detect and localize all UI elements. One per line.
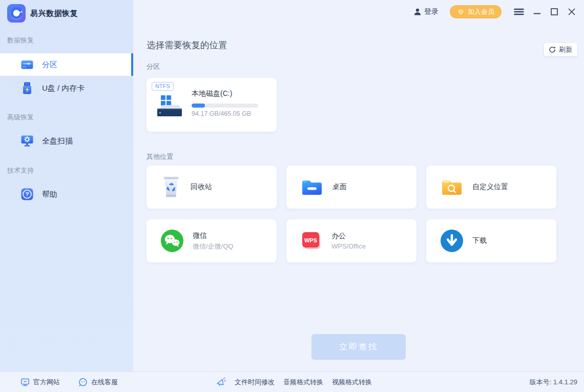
custom-location-folder-icon — [440, 177, 464, 197]
disk-usage-text: 94.17 GB/465.05 GB — [192, 110, 251, 117]
usb-drive-icon — [20, 81, 34, 95]
search-now-button[interactable]: 立即查找 — [311, 334, 406, 360]
location-grid: 回收站 — [147, 166, 556, 262]
monitor-icon — [20, 378, 30, 387]
menu-icon[interactable] — [514, 8, 524, 16]
sidebar-item-help[interactable]: ? 帮助 — [0, 183, 133, 205]
location-subtitle: WPS/Office — [331, 242, 366, 250]
svg-text:WPS: WPS — [304, 237, 317, 243]
partition-disk-icon — [20, 58, 34, 71]
maximize-icon[interactable] — [550, 8, 558, 16]
wechat-icon — [160, 229, 184, 253]
official-site-link[interactable]: 官方网站 — [20, 378, 60, 387]
partition-section-label: 分区 — [147, 62, 160, 71]
disk-card-c[interactable]: NTFS 本地磁盘(C:) 94.17 GB/465.05 GB — [147, 78, 277, 132]
location-card-recycle-bin[interactable]: 回收站 — [147, 166, 277, 209]
close-icon[interactable] — [568, 8, 576, 16]
sidebar-item-label: 帮助 — [42, 190, 57, 199]
sidebar-section-data-recovery: 数据恢复 — [7, 36, 34, 45]
titlebar-controls: 登录 加入会员 — [413, 5, 576, 18]
disk-usage-bar — [192, 104, 258, 108]
hard-disk-icon — [154, 94, 183, 119]
sidebar-section-advanced: 高级恢复 — [7, 113, 34, 122]
sidebar-item-label: 全盘扫描 — [42, 136, 73, 146]
login-button[interactable]: 登录 — [413, 7, 439, 16]
help-question-icon: ? — [20, 188, 34, 201]
desktop-folder-icon — [300, 177, 324, 197]
minimize-icon[interactable] — [533, 8, 541, 16]
footer: 官方网站 在线客服 文件时间修改 音频格式转换 视频格式转换 版本号: 1.4. — [0, 372, 584, 392]
tool-audio-convert-link[interactable]: 音频格式转换 — [283, 378, 323, 387]
app-title: 易兴数据恢复 — [30, 9, 78, 18]
refresh-icon — [549, 46, 556, 53]
sidebar-item-label: 分区 — [42, 60, 57, 70]
app-logo-icon — [7, 4, 26, 23]
join-vip-button[interactable]: 加入会员 — [450, 5, 502, 18]
megaphone-icon — [216, 377, 226, 387]
sidebar: 易兴数据恢复 数据恢复 分区 — [0, 0, 133, 372]
other-section-label: 其他位置 — [147, 152, 173, 161]
page-title: 选择需要恢复的位置 — [147, 39, 227, 51]
download-icon — [440, 229, 464, 253]
app-logo-row: 易兴数据恢复 — [7, 4, 78, 23]
tool-file-time-link[interactable]: 文件时间修改 — [235, 378, 275, 387]
location-subtitle: 微信/企微/QQ — [193, 242, 233, 251]
location-card-wechat[interactable]: 微信 微信/企微/QQ — [147, 219, 277, 262]
chat-support-icon — [78, 378, 88, 387]
location-title: 回收站 — [191, 182, 212, 192]
version-label: 版本号: 1.4.1.29 — [530, 372, 577, 392]
tool-video-convert-link[interactable]: 视频格式转换 — [332, 378, 372, 387]
sidebar-item-full-scan[interactable]: 全盘扫描 — [0, 130, 133, 152]
location-card-office[interactable]: WPS 办公 WPS/Office — [286, 219, 416, 262]
location-card-desktop[interactable]: 桌面 — [286, 166, 416, 209]
sidebar-section-support: 技术支持 — [7, 166, 34, 175]
sidebar-item-label: U盘 / 内存卡 — [42, 84, 85, 93]
app-window: 易兴数据恢复 数据恢复 分区 — [0, 0, 584, 392]
svg-text:?: ? — [25, 191, 29, 197]
sidebar-item-partition[interactable]: 分区 — [0, 53, 133, 76]
main-content: 登录 加入会员 — [133, 0, 584, 372]
refresh-button[interactable]: 刷新 — [544, 43, 577, 56]
recycle-bin-icon — [160, 175, 182, 199]
location-title: 办公 — [331, 232, 366, 241]
gem-icon — [457, 8, 465, 16]
full-scan-monitor-icon — [20, 134, 34, 148]
sidebar-item-usb[interactable]: U盘 / 内存卡 — [0, 77, 133, 99]
wps-office-icon: WPS — [300, 230, 323, 252]
disk-progress-fill — [192, 104, 205, 108]
location-title: 微信 — [193, 231, 233, 240]
location-title: 下载 — [472, 236, 487, 245]
filesystem-badge: NTFS — [152, 82, 174, 91]
location-card-custom[interactable]: 自定义位置 — [426, 166, 556, 209]
location-card-downloads[interactable]: 下载 — [426, 219, 556, 262]
location-title: 自定义位置 — [472, 182, 508, 192]
disk-name: 本地磁盘(C:) — [192, 89, 232, 98]
location-title: 桌面 — [332, 182, 347, 192]
user-icon — [413, 8, 422, 16]
online-support-link[interactable]: 在线客服 — [78, 378, 118, 387]
